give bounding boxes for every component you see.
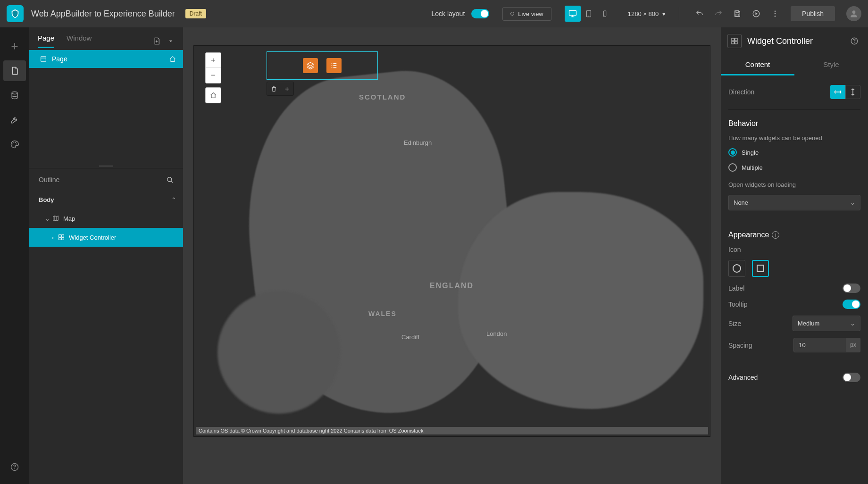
chevron-down-icon: ⌄	[850, 320, 855, 327]
map-icon	[52, 215, 59, 222]
svg-rect-23	[59, 238, 61, 240]
preview-button[interactable]	[749, 7, 763, 21]
resolution-dropdown[interactable]: 1280 × 800 ▾	[628, 10, 666, 17]
canvas-frame[interactable]: SCOTLAND ENGLAND WALES Edinburgh Cardiff…	[193, 45, 710, 437]
rail-help-button[interactable]	[3, 457, 26, 477]
svg-point-8	[775, 10, 776, 12]
chevron-down-icon: ▾	[662, 10, 666, 17]
properties-tab-content[interactable]: Content	[721, 55, 794, 75]
tab-window[interactable]: Window	[67, 34, 92, 48]
canvas-delete-button[interactable]	[267, 82, 280, 95]
rail-pages-button[interactable]	[3, 60, 26, 81]
home-icon	[169, 55, 176, 63]
chevron-down-icon: ⌄	[850, 199, 855, 206]
left-panel: Page Window Page	[29, 27, 183, 484]
page-list: Page	[29, 48, 183, 70]
direction-vertical-button[interactable]	[845, 85, 860, 99]
map-zoom-in-button[interactable]: +	[206, 53, 221, 68]
tab-page[interactable]: Page	[38, 34, 54, 48]
left-rail	[0, 27, 29, 484]
direction-label: Direction	[728, 88, 754, 96]
svg-rect-22	[62, 235, 64, 237]
spacing-input-group: px	[793, 338, 860, 352]
app-title: Web AppBuilder to Experience Builder	[31, 9, 175, 19]
lock-layout-toggle[interactable]	[471, 9, 489, 18]
properties-body: Direction Behavior How many widgets can …	[721, 75, 868, 392]
lock-layout-label: Lock layout	[431, 10, 465, 17]
widget-controller-icon	[58, 234, 65, 241]
svg-point-10	[775, 16, 776, 17]
publish-button[interactable]: Publish	[791, 6, 835, 21]
icon-shape-circle[interactable]	[728, 260, 745, 277]
label-toggle[interactable]	[843, 284, 860, 293]
map-zoom-out-button[interactable]: −	[206, 68, 221, 83]
advanced-toggle[interactable]	[843, 373, 860, 382]
outline-map-row[interactable]: ⌄ Map	[29, 209, 183, 228]
chevron-up-icon: ⌃	[171, 196, 176, 203]
radio-multiple[interactable]: Multiple	[728, 163, 860, 172]
svg-rect-25	[732, 38, 734, 41]
icon-shape-square[interactable]	[752, 260, 769, 277]
map-home-button[interactable]	[206, 88, 221, 103]
map-home-control	[205, 87, 221, 103]
resolution-value: 1280 × 800	[628, 10, 659, 17]
size-select[interactable]: Medium ⌄	[793, 316, 860, 331]
label-toggle-label: Label	[728, 284, 744, 292]
rail-utilities-button[interactable]	[3, 109, 26, 130]
live-view-button[interactable]: Live view	[502, 7, 551, 21]
open-on-load-select[interactable]: None ⌄	[728, 195, 860, 210]
panel-resizer[interactable]	[29, 164, 183, 168]
page-item[interactable]: Page	[29, 50, 183, 68]
redo-button[interactable]	[711, 7, 726, 21]
draft-badge: Draft	[185, 9, 206, 18]
chevron-right-icon: ›	[49, 234, 57, 241]
device-phone-button[interactable]	[597, 6, 613, 22]
properties-help-button[interactable]	[847, 34, 861, 48]
spacing-unit[interactable]: px	[846, 338, 860, 352]
more-options-button[interactable]	[768, 7, 782, 21]
svg-point-12	[12, 92, 17, 94]
advanced-section: Advanced	[728, 363, 860, 382]
device-desktop-button[interactable]	[565, 6, 581, 22]
header-separator	[679, 7, 679, 20]
left-panel-tabs: Page Window	[29, 27, 183, 48]
svg-point-11	[852, 10, 856, 14]
radio-single[interactable]: Single	[728, 148, 860, 157]
canvas-add-button[interactable]	[280, 82, 293, 95]
svg-rect-24	[62, 238, 64, 240]
undo-button[interactable]	[693, 7, 707, 21]
widget-legend-button[interactable]	[326, 58, 342, 73]
outline-body-row[interactable]: Body ⌃	[29, 190, 183, 209]
svg-point-30	[854, 42, 855, 43]
map-landmass	[217, 291, 340, 414]
properties-tab-style[interactable]: Style	[794, 55, 868, 75]
rail-theme-button[interactable]	[3, 134, 26, 155]
outline-widget-controller-row[interactable]: › Widget Controller	[29, 228, 183, 247]
radio-multiple-label: Multiple	[742, 164, 763, 171]
user-avatar[interactable]	[846, 6, 861, 21]
svg-rect-26	[735, 38, 737, 41]
tooltip-toggle[interactable]	[843, 300, 860, 309]
direction-horizontal-button[interactable]	[830, 85, 845, 99]
rail-data-button[interactable]	[3, 85, 26, 106]
properties-panel: Widget Controller Content Style Directio…	[721, 27, 868, 484]
properties-widget-icon	[727, 34, 742, 48]
live-view-indicator-icon	[510, 12, 514, 16]
info-icon[interactable]: i	[772, 231, 779, 239]
page-options-button[interactable]	[165, 35, 176, 47]
save-button[interactable]	[730, 7, 744, 21]
advanced-label: Advanced	[728, 374, 758, 381]
canvas-widget-controller-selection[interactable]	[267, 51, 378, 80]
svg-point-4	[604, 16, 605, 16]
spacing-input[interactable]	[793, 338, 846, 352]
rail-add-button[interactable]	[3, 36, 26, 57]
app-logo	[7, 5, 24, 22]
svg-point-20	[167, 177, 172, 182]
properties-tabs: Content Style	[721, 55, 868, 75]
radio-single-label: Single	[742, 149, 759, 156]
widget-layers-button[interactable]	[303, 58, 318, 73]
outline-search-button[interactable]	[164, 174, 175, 185]
device-tablet-button[interactable]	[581, 6, 597, 22]
add-page-button[interactable]	[151, 35, 162, 47]
outline-body-label: Body	[39, 196, 171, 203]
